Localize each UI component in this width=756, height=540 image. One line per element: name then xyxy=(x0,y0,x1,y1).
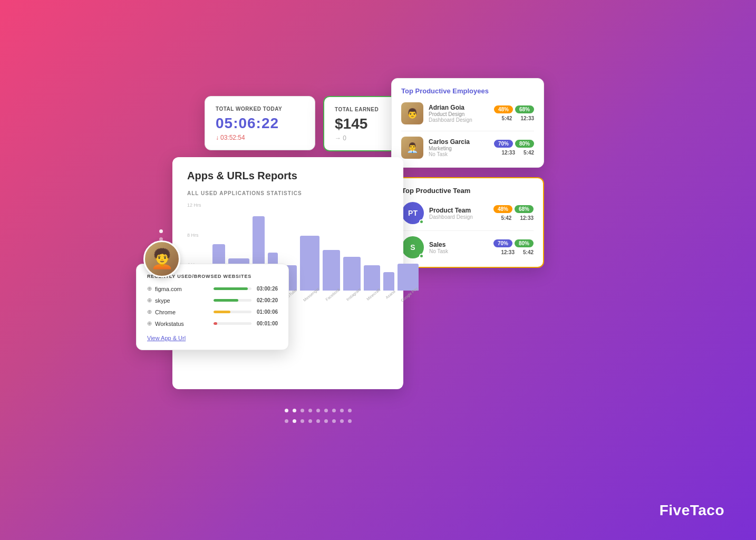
bdot2-7 xyxy=(332,419,336,423)
team-card: Top Productive Team PT Product Team Dash… xyxy=(391,177,544,268)
team-avatar-1: S xyxy=(402,236,424,258)
website-bar-1 xyxy=(214,299,238,302)
website-bar-3 xyxy=(214,322,217,325)
bar-5 xyxy=(300,236,319,291)
emp-badge2-0: 68% xyxy=(515,105,534,113)
website-time-1: 02:00:20 xyxy=(257,297,278,303)
website-row: ⊕ Chrome 01:00:06 xyxy=(147,308,278,315)
website-name-3: Workstatus xyxy=(155,321,210,327)
team-time2-1: 5:42 xyxy=(523,249,534,255)
team-task-1: No Task xyxy=(429,248,488,254)
bdot-9 xyxy=(348,409,352,412)
bar-item: Minecraft xyxy=(364,265,380,297)
bar-item: Facebook xyxy=(323,250,340,297)
worked-today-label: TOTAL WORKED TODAY xyxy=(216,106,304,112)
employee-info-1: Carlos Garcia Marketing No Task xyxy=(429,138,489,157)
bdot2-4 xyxy=(308,419,312,423)
team-row: PT Product Team Dashboard Design 48% 68%… xyxy=(402,202,534,224)
employee-dept-0: Product Design xyxy=(429,111,489,117)
bdot-8 xyxy=(340,409,344,412)
bdot2-1 xyxy=(285,419,288,423)
website-name-1: skype xyxy=(155,297,210,304)
globe-icon: ⊕ xyxy=(147,297,152,304)
bar-8 xyxy=(364,265,380,291)
team-name-1: Sales xyxy=(429,241,488,248)
emp-time1-0: 5:42 xyxy=(501,115,512,121)
team-stats-0: 48% 68% 5:42 12:33 xyxy=(493,205,534,221)
bar-label-9: Asana xyxy=(385,289,396,300)
worked-today-value: 05:06:22 xyxy=(216,115,304,132)
emp-badge2-1: 80% xyxy=(515,140,534,148)
team-name-0: Product Team xyxy=(429,207,488,214)
bdot-3 xyxy=(301,409,304,412)
team-info-0: Product Team Dashboard Design xyxy=(429,207,488,220)
team-badge2-1: 80% xyxy=(515,239,534,247)
team-list: PT Product Team Dashboard Design 48% 68%… xyxy=(402,202,534,258)
website-time-3: 00:01:00 xyxy=(257,321,278,326)
bdot2-8 xyxy=(340,419,344,423)
website-name-2: Chrome xyxy=(155,309,210,315)
website-time-0: 03:00:26 xyxy=(257,286,278,292)
team-badge1-1: 70% xyxy=(493,239,512,247)
website-name-0: figma.com xyxy=(155,286,210,292)
earned-value: $145 xyxy=(335,115,396,132)
employee-task-1: No Task xyxy=(429,151,489,157)
website-bar-2 xyxy=(214,311,230,313)
bar-item: Messenger xyxy=(300,236,319,297)
bar-item: Asana xyxy=(383,272,394,297)
earned-label: TOTAL EARNED xyxy=(335,107,396,112)
employee-dept-1: Marketing xyxy=(429,146,489,151)
online-dot-0 xyxy=(419,219,424,224)
websites-list: ⊕ figma.com 03:00:26 ⊕ skype 02:00:20 ⊕ … xyxy=(147,285,278,327)
website-bar-wrap-0 xyxy=(214,287,251,290)
emp-badge1-0: 48% xyxy=(494,105,513,113)
employee-task-0: Dashboard Design xyxy=(429,117,489,123)
bdot2-2 xyxy=(293,419,296,423)
employee-row: 👨‍💼 Carlos Garcia Marketing No Task 70% … xyxy=(401,137,534,159)
employee-row: 👨 Adrian Goia Product Design Dashboard D… xyxy=(401,102,534,124)
website-row: ⊕ figma.com 03:00:26 xyxy=(147,285,278,292)
apps-section-label: ALL USED APPLICATIONS STATISTICS xyxy=(187,190,389,196)
team-title: Top Productive Team xyxy=(402,187,534,195)
bdot-2 xyxy=(293,409,296,412)
view-app-url-link[interactable]: View App & Url xyxy=(147,335,186,341)
bdot2-6 xyxy=(324,419,328,423)
earned-sub: → 0 xyxy=(335,134,396,142)
team-badge2-0: 68% xyxy=(515,205,534,213)
employee-name-1: Carlos Garcia xyxy=(429,138,489,146)
globe-icon: ⊕ xyxy=(147,308,152,315)
bdot2-3 xyxy=(301,419,304,423)
emp-time2-0: 12:33 xyxy=(520,115,534,121)
team-info-1: Sales No Task xyxy=(429,241,488,254)
employee-name-0: Adrian Goia xyxy=(429,104,489,111)
user-avatar: 🧑‍🦱 xyxy=(143,240,180,277)
nav-dots-bottom2 xyxy=(285,419,352,423)
y-axis-label: 12 Hrs xyxy=(187,202,201,208)
team-avatar-0: PT xyxy=(402,202,424,224)
employee-avatar-0: 👨 xyxy=(401,102,423,124)
dot-1 xyxy=(159,229,163,233)
bdot-7 xyxy=(332,409,336,412)
emp-time1-1: 12:33 xyxy=(501,150,515,156)
team-task-0: Dashboard Design xyxy=(429,214,488,220)
globe-icon: ⊕ xyxy=(147,285,152,292)
bar-9 xyxy=(383,272,394,291)
bdot-6 xyxy=(324,409,328,412)
employee-info-0: Adrian Goia Product Design Dashboard Des… xyxy=(429,104,489,123)
employee-avatar-1: 👨‍💼 xyxy=(401,137,423,159)
worked-today-card: TOTAL WORKED TODAY 05:06:22 03:52:54 xyxy=(205,96,315,150)
bdot-5 xyxy=(316,409,320,412)
worked-today-sub: 03:52:54 xyxy=(216,134,304,141)
bar-item: Google Pay xyxy=(398,264,418,297)
nav-dots-bottom1 xyxy=(285,409,352,412)
bar-item: Instagram xyxy=(343,257,361,297)
fivetaco-logo: FiveTaco xyxy=(660,502,724,519)
employees-title: Top Productive Employees xyxy=(401,87,534,95)
team-badge1-0: 48% xyxy=(493,205,512,213)
employees-list: 👨 Adrian Goia Product Design Dashboard D… xyxy=(401,102,534,159)
website-bar-wrap-3 xyxy=(214,322,251,325)
website-bar-0 xyxy=(214,287,248,290)
website-row: ⊕ Workstatus 00:01:00 xyxy=(147,320,278,327)
team-time1-1: 12:33 xyxy=(501,249,515,255)
team-stats-1: 70% 80% 12:33 5:42 xyxy=(493,239,534,255)
